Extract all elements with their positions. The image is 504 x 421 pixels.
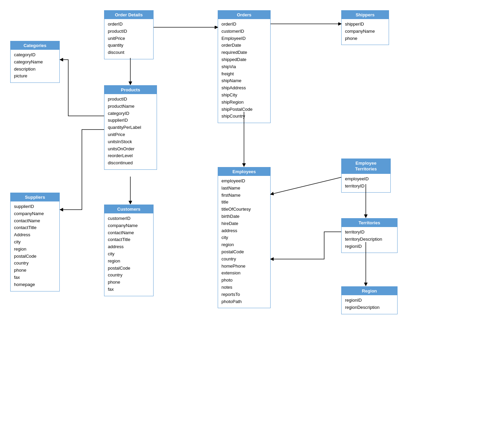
categories-table: Categories categoryIDcategoryNamedescrip… xyxy=(10,41,60,83)
products-body: productIDproductNamecategoryIDsupplierID… xyxy=(104,94,157,169)
region-table: Region regionIDregionDescription xyxy=(341,286,398,314)
shippers-header: Shippers xyxy=(342,11,389,19)
products-header: Products xyxy=(104,86,157,94)
territories-header: Territories xyxy=(342,219,397,227)
svg-line-7 xyxy=(271,177,341,194)
order-details-header: Order Details xyxy=(104,11,153,19)
suppliers-table: Suppliers supplierIDcompanyNamecontactNa… xyxy=(10,193,60,291)
region-header: Region xyxy=(342,287,397,295)
employees-header: Employees xyxy=(218,167,270,176)
orders-header: Orders xyxy=(218,11,270,19)
customers-body: customerIDcompanyNamecontactNamecontactT… xyxy=(104,213,153,296)
employees-body: employeeIDlastNamefirstNametitletitleOfC… xyxy=(218,176,270,308)
territories-table: Territories territoryIDterritoryDescript… xyxy=(341,218,398,253)
employees-table: Employees employeeIDlastNamefirstNametit… xyxy=(218,167,271,308)
categories-header: Categories xyxy=(11,41,59,50)
order-details-table: Order Details orderIDproductIDunitPriceq… xyxy=(104,10,154,59)
suppliers-header: Suppliers xyxy=(11,193,59,201)
orders-body: orderIDcustomerIDEmployeeIDorderDaterequ… xyxy=(218,19,270,123)
employee-territories-table: EmployeeTerritories employeeIDterritoryI… xyxy=(341,159,391,193)
suppliers-body: supplierIDcompanyNamecontactNamecontactT… xyxy=(11,201,59,291)
customers-table: Customers customerIDcompanyNamecontactNa… xyxy=(104,205,154,296)
order-details-body: orderIDproductIDunitPricequantitydiscoun… xyxy=(104,19,153,59)
shippers-table: Shippers shipperIDcompanyNamephone xyxy=(341,10,389,45)
orders-table: Orders orderIDcustomerIDEmployeeIDorderD… xyxy=(218,10,271,123)
products-table: Products productIDproductNamecategoryIDs… xyxy=(104,85,157,170)
region-body: regionIDregionDescription xyxy=(342,295,397,314)
categories-body: categoryIDcategoryNamedescriptionpicture xyxy=(11,50,59,82)
territories-body: territoryIDterritoryDescriptionregionID xyxy=(342,227,397,253)
customers-header: Customers xyxy=(104,205,153,213)
employee-territories-body: employeeIDterritoryID xyxy=(342,174,390,193)
shippers-body: shipperIDcompanyNamephone xyxy=(342,19,389,45)
employee-territories-header: EmployeeTerritories xyxy=(342,159,390,174)
